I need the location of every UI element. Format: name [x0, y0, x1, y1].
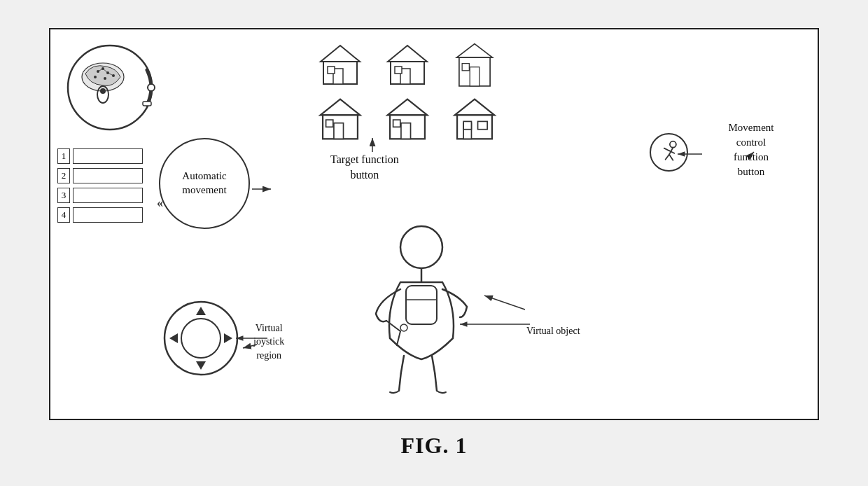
map-circle [64, 42, 155, 133]
page-container: 1 2 3 4 « Automaticmovement [0, 28, 868, 459]
movement-control-function-button-label: Movementcontrolfunctionbutton [695, 120, 807, 179]
svg-point-14 [104, 77, 106, 80]
svg-rect-32 [462, 63, 469, 70]
slot-num-1: 1 [57, 148, 70, 164]
virtual-character [344, 216, 498, 398]
svg-marker-37 [388, 99, 428, 115]
houses-area [274, 42, 540, 203]
houses-row-2 [316, 95, 498, 143]
house-icon-6 [451, 95, 498, 143]
svg-rect-40 [393, 120, 400, 127]
svg-rect-35 [334, 123, 344, 139]
svg-marker-41 [455, 99, 495, 115]
virtual-object-label: Virtual object [526, 324, 580, 338]
automatic-movement-text: Automaticmovement [182, 169, 226, 197]
svg-line-67 [665, 155, 668, 160]
svg-rect-8 [143, 102, 151, 106]
house-icon-2 [384, 42, 431, 90]
slot-list: 1 2 3 4 [57, 148, 143, 223]
slot-bar-4 [73, 207, 143, 223]
svg-point-7 [148, 84, 155, 91]
house-icon-3 [451, 42, 498, 90]
svg-point-17 [100, 88, 106, 94]
svg-rect-31 [470, 67, 479, 85]
slot-item-2: 2 [57, 168, 143, 183]
svg-point-54 [400, 226, 442, 268]
svg-rect-28 [395, 67, 402, 74]
slot-bar-1 [73, 148, 143, 164]
svg-point-47 [181, 319, 220, 358]
slot-num-2: 2 [57, 168, 70, 183]
house-icon-1 [316, 42, 364, 90]
slot-item-3: 3 [57, 188, 143, 203]
figure-caption: FIG. 1 [401, 433, 468, 459]
virtual-joystick-region-label: Virtualjoystickregion [253, 321, 284, 363]
movement-control-circle [650, 133, 688, 172]
svg-marker-25 [388, 46, 427, 62]
house-icon-4 [316, 95, 364, 143]
house-icon-5 [384, 95, 431, 143]
slot-item-4: 4 [57, 207, 143, 223]
slot-item-1: 1 [57, 148, 143, 164]
houses-row-1 [316, 42, 498, 90]
svg-line-68 [669, 155, 673, 160]
figure-box: 1 2 3 4 « Automaticmovement [49, 28, 819, 420]
svg-point-63 [669, 141, 676, 148]
svg-point-60 [400, 324, 407, 331]
virtual-joystick [162, 300, 239, 377]
svg-rect-24 [328, 67, 335, 74]
target-function-button-label: Target functionbutton [330, 152, 399, 183]
svg-rect-36 [326, 120, 333, 127]
svg-marker-21 [321, 46, 360, 62]
svg-line-65 [664, 148, 668, 151]
svg-marker-29 [457, 43, 493, 57]
svg-rect-45 [463, 121, 471, 129]
svg-rect-44 [478, 121, 488, 129]
svg-marker-33 [321, 99, 360, 115]
slot-num-4: 4 [57, 207, 70, 223]
slot-bar-3 [73, 188, 143, 203]
slot-bar-2 [73, 168, 143, 183]
automatic-movement-circle: Automaticmovement [159, 138, 250, 229]
slot-num-3: 3 [57, 188, 70, 203]
svg-point-15 [94, 76, 97, 78]
svg-rect-39 [401, 123, 411, 139]
svg-rect-56 [406, 286, 437, 324]
